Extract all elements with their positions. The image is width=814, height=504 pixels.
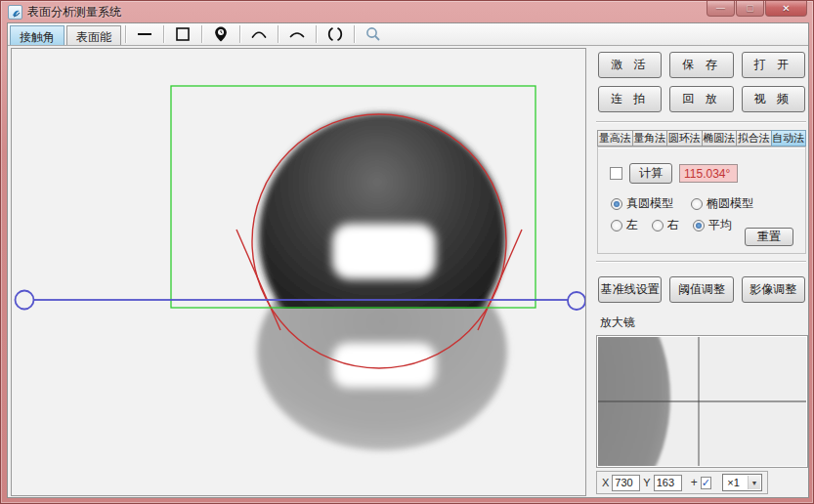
- title-bar: 表面分析测量系统 — ▢ ✕: [1, 1, 813, 22]
- crosshair-checkbox[interactable]: ✓: [701, 477, 712, 489]
- chevron-down-icon: ▼: [748, 476, 760, 489]
- threshold-adjust-button[interactable]: 阈值调整: [669, 276, 733, 303]
- reset-button[interactable]: 重置: [745, 228, 793, 246]
- save-button[interactable]: 保 存: [669, 52, 733, 78]
- toolbar-separator: [163, 25, 164, 43]
- window-title: 表面分析测量系统: [27, 4, 121, 21]
- activate-button[interactable]: 激 活: [598, 52, 662, 78]
- close-button[interactable]: ✕: [765, 1, 807, 17]
- y-label: Y: [643, 477, 650, 488]
- playback-button[interactable]: 回 放: [669, 86, 733, 112]
- minimize-button[interactable]: —: [707, 1, 735, 17]
- baseline-handle-left[interactable]: [16, 291, 34, 310]
- toolbar: 接触角 表面能: [8, 23, 808, 46]
- line-icon[interactable]: [130, 24, 159, 44]
- tab-surface-energy[interactable]: 表面能: [66, 25, 121, 45]
- toolbar-separator: [201, 25, 202, 43]
- app-window: 表面分析测量系统 — ▢ ✕ 接触角 表面能: [0, 0, 814, 504]
- tab-fitting-method[interactable]: 拟合法: [736, 130, 771, 147]
- magnifier-view: [596, 335, 808, 468]
- coordinate-bar: X Y + ✓ ×1 ▼: [596, 471, 768, 494]
- magnifier-icon[interactable]: [359, 24, 388, 44]
- toolbar-separator: [278, 25, 278, 43]
- burst-button[interactable]: 连 拍: [598, 86, 662, 112]
- rect-icon[interactable]: [168, 24, 197, 44]
- maximize-button[interactable]: ▢: [736, 1, 764, 17]
- radio-true-circle-model[interactable]: 真圆模型: [611, 195, 673, 212]
- radio-right[interactable]: 右: [652, 217, 679, 233]
- measurement-canvas[interactable]: [11, 48, 586, 496]
- calc-checkbox[interactable]: [610, 167, 622, 180]
- tab-ellipse-method[interactable]: 椭圆法: [702, 130, 737, 147]
- app-icon: [8, 5, 22, 20]
- baseline-handle-right[interactable]: [568, 292, 585, 310]
- baseline-settings-button[interactable]: 基准线设置: [598, 276, 662, 303]
- zoom-value: ×1: [727, 477, 740, 488]
- rotate-icon[interactable]: [321, 24, 350, 44]
- side-panel: 激 活 保 存 打 开 连 拍 回 放 视 频 量高法 量角法 圆环法 椭圆法 …: [594, 48, 808, 496]
- tab-circle-method[interactable]: 圆环法: [666, 130, 702, 147]
- tab-height-method[interactable]: 量高法: [597, 130, 632, 147]
- radio-ellipse-model[interactable]: 椭圆模型: [691, 195, 753, 212]
- method-tabs: 量高法 量角法 圆环法 椭圆法 拟合法 自动法: [597, 130, 806, 147]
- toolbar-separator: [316, 25, 317, 43]
- open-button[interactable]: 打 开: [742, 52, 805, 78]
- toolbar-separator: [354, 25, 355, 43]
- radio-left[interactable]: 左: [611, 217, 638, 233]
- toolbar-separator: [239, 25, 240, 43]
- client-area: 接触角 表面能: [7, 22, 809, 498]
- crosshair-label: +: [691, 476, 698, 489]
- angle-value: 115.034°: [679, 164, 738, 183]
- tab-auto-method[interactable]: 自动法: [771, 130, 807, 147]
- image-adjust-button[interactable]: 影像调整: [742, 276, 805, 303]
- radio-average[interactable]: 平均: [693, 217, 732, 233]
- arc-left-icon[interactable]: [244, 24, 274, 44]
- tab-contact-angle[interactable]: 接触角: [10, 25, 64, 45]
- magnifier-label: 放大镜: [600, 315, 635, 331]
- action-buttons: 激 活 保 存 打 开 连 拍 回 放 视 频: [598, 52, 805, 112]
- x-label: X: [602, 477, 609, 488]
- arc-right-icon[interactable]: [282, 24, 312, 44]
- video-button[interactable]: 视 频: [742, 86, 805, 112]
- y-coordinate-input[interactable]: [654, 475, 682, 491]
- toolbar-separator: [125, 25, 126, 43]
- adjust-buttons: 基准线设置 阈值调整 影像调整: [598, 276, 805, 303]
- divider: [596, 121, 806, 123]
- tab-angle-method[interactable]: 量角法: [632, 130, 667, 147]
- calculate-button[interactable]: 计算: [629, 163, 672, 184]
- x-coordinate-input[interactable]: [612, 475, 640, 491]
- pin-icon[interactable]: [206, 24, 236, 44]
- zoom-select[interactable]: ×1 ▼: [722, 474, 762, 491]
- divider: [596, 261, 806, 263]
- method-panel: 计算 115.034° 真圆模型 椭圆模型 左 右 平均 重置: [597, 147, 806, 254]
